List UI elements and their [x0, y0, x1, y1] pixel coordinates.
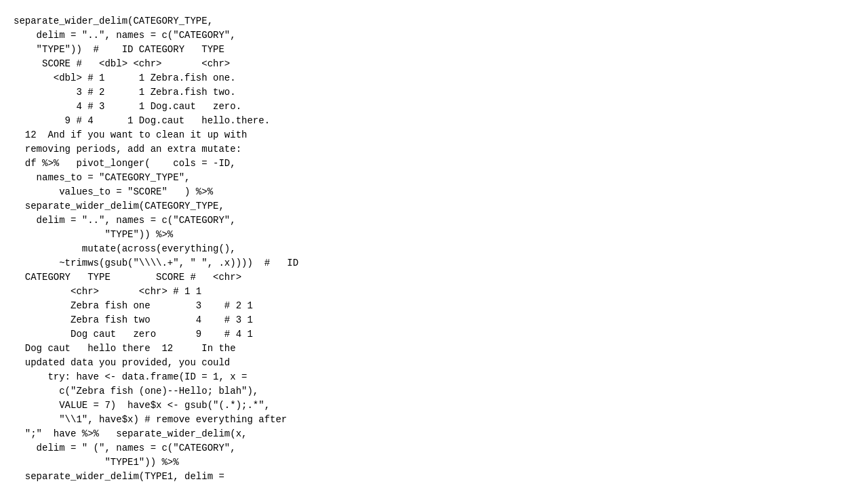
code-line-7: 9 # 4 1 Dog.caut hello.there. [0, 114, 868, 128]
code-line-15: "TYPE")) %>% [0, 228, 868, 242]
code-line-3: SCORE # <dbl> <chr> <chr> [0, 57, 868, 71]
code-line-13: separate_wider_delim(CATEGORY_TYPE, [0, 199, 868, 214]
code-line-4: <dbl> # 1 1 Zebra.fish one. [0, 71, 868, 85]
code-line-29: ";" have %>% separate_wider_delim(x, [0, 427, 868, 441]
code-line-11: names_to = "CATEGORY_TYPE", [0, 171, 868, 185]
code-line-20: Zebra fish one 3 # 2 1 [0, 299, 868, 313]
code-line-2: "TYPE")) # ID CATEGORY TYPE [0, 43, 868, 57]
code-line-18: CATEGORY TYPE SCORE # <chr> [0, 270, 868, 285]
code-line-28: "\\1", have$x) # remove everything after [0, 413, 868, 427]
code-line-19: <chr> <chr> # 1 1 [0, 285, 868, 299]
code-line-6: 4 # 3 1 Dog.caut zero. [0, 100, 868, 114]
code-line-30: delim = " (", names = c("CATEGORY", [0, 441, 868, 455]
code-line-0: separate_wider_delim(CATEGORY_TYPE, [0, 14, 868, 28]
code-line-24: updated data you provided, you could [0, 356, 868, 370]
code-line-31: "TYPE1")) %>% [0, 455, 868, 470]
code-line-32: separate_wider_delim(TYPE1, delim = [0, 470, 868, 484]
code-line-14: delim = "..", names = c("CATEGORY", [0, 214, 868, 228]
code-line-26: c("Zebra fish (one)--Hello; blah"), [0, 384, 868, 399]
code-line-10: df %>% pivot_longer( cols = -ID, [0, 157, 868, 171]
code-line-27: VALUE = 7) have$x <- gsub("(.*);.*", [0, 399, 868, 413]
code-line-1: delim = "..", names = c("CATEGORY", [0, 28, 868, 43]
code-block: separate_wider_delim(CATEGORY_TYPE, deli… [0, 0, 868, 484]
code-line-25: try: have <- data.frame(ID = 1, x = [0, 370, 868, 384]
code-line-12: values_to = "SCORE" ) %>% [0, 185, 868, 199]
code-line-17: ~trimws(gsub("\\\\.+", " ", .x)))) # ID [0, 256, 868, 270]
code-line-23: Dog caut hello there 12 In the [0, 342, 868, 356]
code-line-9: removing periods, add an extra mutate: [0, 142, 868, 157]
code-line-22: Dog caut zero 9 # 4 1 [0, 327, 868, 342]
code-line-5: 3 # 2 1 Zebra.fish two. [0, 85, 868, 100]
code-line-16: mutate(across(everything(), [0, 242, 868, 256]
code-line-21: Zebra fish two 4 # 3 1 [0, 313, 868, 327]
code-line-8: 12 And if you want to clean it up with [0, 128, 868, 142]
